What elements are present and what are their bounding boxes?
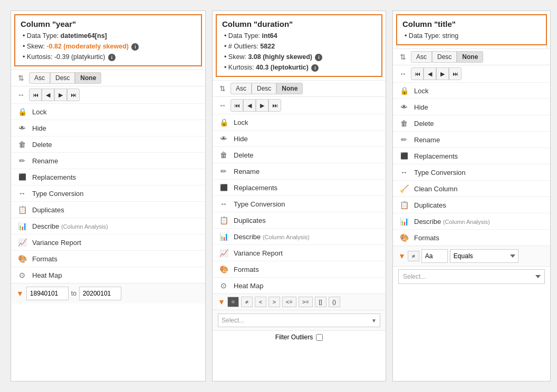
menu-lock-title[interactable]: 🔒 Lock — [393, 82, 550, 99]
filter-icon: ▼ — [16, 289, 24, 298]
stat-datatype-dur: • Data Type: int64 — [224, 31, 376, 41]
filter-type-select-title[interactable]: Aa — [421, 249, 448, 263]
panel-title: Column "title" • Data Type: string ⇅ Asc… — [392, 11, 551, 381]
sort-icon: ⇅ — [16, 74, 26, 82]
menu-duplicates-dur[interactable]: 📋 Duplicates — [213, 212, 386, 228]
menu-replacements-dur[interactable]: ⬛ Replacements — [213, 179, 386, 195]
nav-row-year: ↔ ⏮ ◀ ▶ ⏭ — [11, 86, 205, 103]
sort-none-btn-title[interactable]: None — [457, 51, 483, 63]
describe-label: Describe (Column Analysis) — [32, 222, 199, 230]
menu-type-conversion[interactable]: ↔ Type Conversion — [11, 185, 205, 201]
menu-formats-dur[interactable]: 🎨 Formats — [213, 261, 386, 277]
nav-first-btn[interactable]: ⏮ — [29, 89, 42, 101]
filter-value-select-title[interactable]: Select... — [398, 269, 545, 284]
kurtosis-info-icon[interactable]: i — [108, 54, 116, 61]
nav-last-btn-dur[interactable]: ⏭ — [268, 99, 281, 112]
describe-label-title: Describe (Column Analysis) — [414, 218, 544, 226]
sort-asc-btn-dur[interactable]: Asc — [231, 83, 252, 94]
menu-lock[interactable]: 🔒 Lock — [11, 103, 205, 120]
duplicates-label-dur: Duplicates — [234, 217, 379, 224]
panel-title-title: Column "title" — [402, 19, 541, 28]
replacements-icon: ⬛ — [17, 172, 27, 182]
menu-delete[interactable]: 🗑 Delete — [11, 136, 205, 152]
op-paren-btn[interactable]: () — [329, 297, 340, 307]
op-neq-btn[interactable]: ≠ — [241, 297, 253, 307]
op-lte-btn[interactable]: <= — [282, 297, 296, 307]
menu-variance[interactable]: 📈 Variance Report — [11, 234, 205, 250]
menu-type-conversion-title[interactable]: ↔ Type Conversion — [393, 164, 550, 180]
sort-asc-btn[interactable]: Asc — [29, 72, 50, 84]
menu-duplicates-title[interactable]: 📋 Duplicates — [393, 197, 550, 213]
menu-heatmap[interactable]: ⊙ Heat Map — [11, 267, 205, 283]
sort-asc-btn-title[interactable]: Asc — [411, 51, 432, 63]
menu-delete-dur[interactable]: 🗑 Delete — [213, 146, 386, 163]
menu-duplicates[interactable]: 📋 Duplicates — [11, 201, 205, 218]
skew-dur-info-icon[interactable]: i — [315, 54, 322, 61]
nav-last-btn[interactable]: ⏭ — [67, 89, 80, 101]
menu-formats[interactable]: 🎨 Formats — [11, 250, 205, 267]
op-lt-btn[interactable]: < — [255, 297, 266, 307]
nav-btn-group-title: ⏮ ◀ ▶ ⏭ — [411, 67, 462, 80]
menu-variance-dur[interactable]: 📈 Variance Report — [213, 244, 386, 261]
sort-none-btn[interactable]: None — [75, 72, 101, 84]
nav-row-title: ↔ ⏮ ◀ ▶ ⏭ — [393, 65, 550, 82]
filter-input-from[interactable] — [26, 287, 69, 300]
menu-replacements[interactable]: ⬛ Replacements — [11, 169, 205, 185]
nav-prev-btn[interactable]: ◀ — [42, 89, 54, 101]
describe-icon-dur: 📊 — [219, 232, 228, 241]
filter-outliers-row: Filter Outliers — [213, 330, 386, 344]
duplicates-label: Duplicates — [32, 206, 199, 214]
sort-desc-btn-dur[interactable]: Desc — [252, 83, 276, 94]
menu-heatmap-dur[interactable]: ⊙ Heat Map — [213, 277, 386, 293]
heatmap-icon: ⊙ — [17, 270, 27, 280]
filter-equals-select-title[interactable]: Equals Contains Starts with Ends with — [450, 249, 518, 263]
filter-outliers-checkbox[interactable] — [316, 334, 323, 341]
menu-rename-title[interactable]: ✏ Rename — [393, 131, 550, 148]
menu-lock-dur[interactable]: 🔒 Lock — [213, 114, 386, 130]
skew-info-icon[interactable]: i — [131, 43, 139, 51]
panel-year-title: Column "year" — [21, 19, 196, 28]
panel-year: Column "year" • Data Type: datetime64[ns… — [11, 11, 206, 381]
menu-describe-title[interactable]: 📊 Describe (Column Analysis) — [393, 213, 550, 229]
op-gt-btn[interactable]: > — [268, 297, 280, 307]
formats-icon-dur: 🎨 — [219, 264, 228, 274]
menu-formats-title[interactable]: 🎨 Formats — [393, 229, 550, 246]
panel-title-stats: • Data Type: string — [402, 31, 541, 41]
menu-hide-dur[interactable]: 👁 Hide — [213, 130, 386, 146]
filter-select-dur[interactable]: Select... ▼ — [218, 313, 380, 327]
op-neq-title-btn[interactable]: ≠ — [408, 251, 419, 261]
menu-rename-dur[interactable]: ✏ Rename — [213, 163, 386, 179]
op-eq-btn[interactable]: = — [227, 297, 239, 307]
nav-next-btn[interactable]: ▶ — [54, 89, 67, 101]
nav-prev-btn-title[interactable]: ◀ — [424, 67, 436, 80]
delete-icon: 🗑 — [17, 140, 27, 149]
nav-next-btn-dur[interactable]: ▶ — [256, 99, 268, 112]
nav-first-btn-dur[interactable]: ⏮ — [231, 99, 243, 112]
nav-first-btn-title[interactable]: ⏮ — [411, 67, 424, 80]
variance-icon-dur: 📈 — [219, 248, 228, 258]
menu-rename[interactable]: ✏ Rename — [11, 152, 205, 169]
menu-replacements-title[interactable]: ⬛ Replacements — [393, 148, 550, 164]
nav-btn-group: ⏮ ◀ ▶ ⏭ — [29, 89, 80, 101]
menu-describe-dur[interactable]: 📊 Describe (Column Analysis) — [213, 228, 386, 244]
menu-clean-title[interactable]: 🧹 Clean Column — [393, 180, 550, 197]
lock-label: Lock — [32, 108, 199, 116]
sort-none-btn-dur[interactable]: None — [276, 83, 303, 94]
nav-last-btn-title[interactable]: ⏭ — [449, 67, 462, 80]
menu-hide[interactable]: 👁 Hide — [11, 120, 205, 136]
menu-hide-title[interactable]: 👁 Hide — [393, 99, 550, 115]
menu-describe[interactable]: 📊 Describe (Column Analysis) — [11, 218, 205, 234]
op-gte-btn[interactable]: >= — [299, 297, 313, 307]
nav-prev-btn-dur[interactable]: ◀ — [243, 99, 256, 112]
op-range-btn[interactable]: [] — [315, 297, 326, 307]
sort-desc-btn-title[interactable]: Desc — [432, 51, 457, 63]
menu-type-conversion-dur[interactable]: ↔ Type Conversion — [213, 195, 386, 212]
nav-next-btn-title[interactable]: ▶ — [436, 67, 449, 80]
menu-delete-title[interactable]: 🗑 Delete — [393, 115, 550, 131]
hide-label: Hide — [32, 124, 199, 132]
sort-icon-title: ⇅ — [398, 53, 408, 61]
rename-icon: ✏ — [17, 156, 27, 165]
filter-input-to[interactable] — [79, 287, 121, 300]
sort-desc-btn[interactable]: Desc — [50, 72, 75, 84]
kurtosis-dur-info-icon[interactable]: i — [311, 64, 319, 72]
